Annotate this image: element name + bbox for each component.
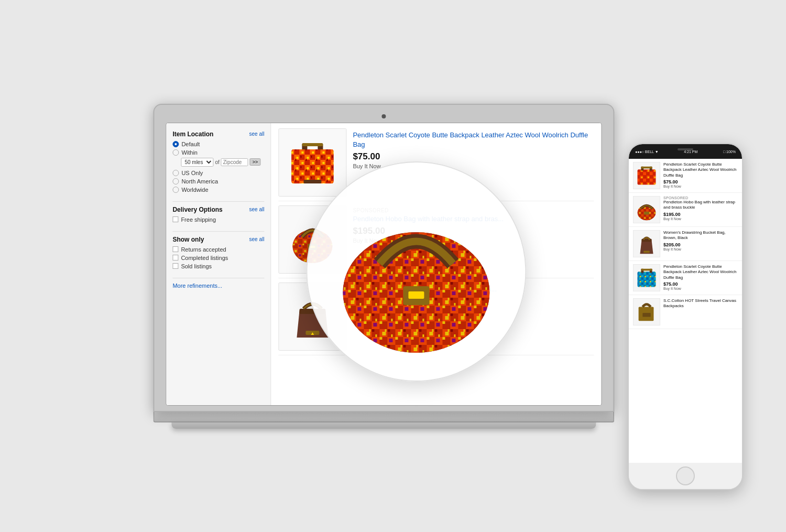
laptop: Item Location see all Default Within [153,104,614,429]
product-price-2: $195.00 [353,226,594,236]
product-title-3[interactable]: Saddlebac...leather Bucket Backpack, Che… [353,285,594,294]
item-location-see-all[interactable]: see all [249,131,264,137]
location-within[interactable]: Within [172,149,264,156]
product-buy-now-1[interactable]: Buy It Now [353,163,594,169]
distance-row: 50 mles of >> [181,158,264,167]
returns-accepted-checkbox [172,246,178,252]
location-us-only[interactable]: US Only [172,170,264,176]
svg-rect-50 [641,167,652,169]
laptop-base [153,412,614,422]
show-only-see-all[interactable]: see all [249,236,264,242]
zipcode-input[interactable] [221,158,248,166]
location-radio-group: Default Within [172,141,264,156]
show-only-header: Show only see all [172,236,264,243]
svg-rect-59 [643,251,650,253]
radio-ww-dot [172,187,179,193]
go-button[interactable]: >> [250,158,261,166]
laptop-camera [381,114,386,118]
sponsored-label-2: SPONSORED [353,208,594,213]
product-title-2[interactable]: Pendleton Hobo Bag with leather strap an… [353,214,594,224]
delivery-checkbox-group: Free shipping [172,216,264,223]
show-only-section: Show only see all Returns accepted Compl… [172,236,264,269]
location-extra-group: US Only North America Worldwide [172,170,264,193]
product-info-2: SPONSORED Pendleton Hobo Bag with leathe… [353,205,594,274]
svg-rect-57 [644,212,649,215]
phone-item-info-1: Pendleton Scarlet Coyote Butte Backpack … [663,162,738,188]
product-title-1[interactable]: Pendleton Scarlet Coyote Butte Backpack … [353,131,594,149]
svg-rect-14 [303,180,321,183]
phone-carrier: ●●●○ BELL ▼ [635,150,659,154]
location-ww-label: Worldwide [181,187,208,193]
scene: Item Location see all Default Within [0,0,786,532]
distance-select[interactable]: 50 mles [181,158,213,167]
delivery-header: Delivery Options see all [172,206,264,213]
svg-rect-4 [302,143,323,146]
phone-item-title-5: S.C.Cotton HOT Streets Travel Canvas Bac… [663,298,738,309]
phone-item-img-2 [633,196,660,223]
phone-item-info-2: SPONSORED Pendleton Hobo Bag with leathe… [663,196,738,221]
item-location-section: Item Location see all Default Within [172,131,264,193]
radio-na-dot [172,178,179,184]
radio-us-dot [172,170,179,176]
phone-item-img-4 [633,264,660,291]
more-refinements[interactable]: More refinements... [172,283,222,289]
completed-listings-item[interactable]: Completed listings [172,255,264,261]
phone-item-info-3: Women's Drawstring Bucket Bag, Brown, Bl… [663,230,738,251]
product-price-1: $75.00 [353,151,594,162]
phone-speaker [678,148,693,150]
product-buy-now-3[interactable]: Buy It Now [353,308,594,314]
phone-item-title-2: Pendleton Hobo Bag with leather strap an… [663,200,738,211]
sold-listings-checkbox [172,263,178,269]
returns-accepted-item[interactable]: Returns accepted [172,246,264,253]
sold-listings-item[interactable]: Sold listings [172,263,264,269]
free-shipping-checkbox [172,216,178,222]
phone: ●●●○ BELL ▼ 4:21 PM □ 100% [628,143,743,490]
phone-item-title-3: Women's Drawstring Bucket Bag, Brown, Bl… [663,230,738,241]
delivery-see-all[interactable]: see all [249,207,264,212]
show-only-checkbox-group: Returns accepted Completed listings Sold… [172,246,264,269]
distance-of: of [215,159,219,165]
free-shipping-item[interactable]: Free shipping [172,216,264,223]
product-img-1 [278,128,346,197]
svg-rect-47 [638,169,656,184]
svg-rect-25 [299,309,325,314]
laptop-screen: Item Location see all Default Within [166,123,602,406]
product-info-1: Pendleton Scarlet Coyote Butte Backpack … [353,128,594,197]
phone-item-img-1 [633,162,660,189]
item-location-title: Item Location [172,131,213,138]
phone-item-5[interactable]: S.C.Cotton HOT Streets Travel Canvas Bac… [629,295,742,329]
phone-item-buy-3: Buy It Now [663,247,738,251]
phone-item-buy-1: Buy It Now [663,184,738,188]
phone-item-svg-1 [634,162,660,189]
phone-top-bar: ●●●○ BELL ▼ 4:21 PM □ 100% [629,144,742,159]
divider-2 [172,231,264,232]
location-within-label: Within [181,149,198,156]
free-shipping-label: Free shipping [181,216,216,223]
phone-item-svg-5 [634,298,660,325]
location-default[interactable]: Default [172,141,264,147]
phone-item-info-5: S.C.Cotton HOT Streets Travel Canvas Bac… [663,298,738,310]
product-buy-now-2[interactable]: Buy It Now [353,237,594,244]
phone-item-2[interactable]: SPONSORED Pendleton Hobo Bag with leathe… [629,193,742,227]
phone-item-1[interactable]: Pendleton Scarlet Coyote Butte Backpack … [629,159,742,193]
show-only-title: Show only [172,236,204,243]
completed-listings-checkbox [172,255,178,260]
location-worldwide[interactable]: Worldwide [172,187,264,193]
location-na-label: North America [181,178,218,184]
location-us-label: US Only [181,170,203,176]
radio-default-dot [172,141,179,147]
product-img-3 [278,283,346,351]
phone-home-button[interactable] [676,466,695,485]
location-north-america[interactable]: North America [172,178,264,184]
phone-item-info-4: Pendleton Scarlet Coyote Butte Backpack … [663,264,738,290]
location-default-label: Default [181,141,200,147]
returns-accepted-label: Returns accepted [181,246,226,253]
divider-1 [172,201,264,202]
product-item-2: SPONSORED Pendleton Hobo Bag with leathe… [278,205,594,278]
delivery-title: Delivery Options [172,206,222,213]
phone-item-3[interactable]: Women's Drawstring Bucket Bag, Brown, Bl… [629,227,742,261]
phone-item-buy-2: Buy It Now [663,217,738,221]
svg-rect-65 [638,272,656,287]
phone-item-4[interactable]: Pendleton Scarlet Coyote Butte Backpack … [629,261,742,295]
sold-listings-label: Sold listings [181,263,212,269]
